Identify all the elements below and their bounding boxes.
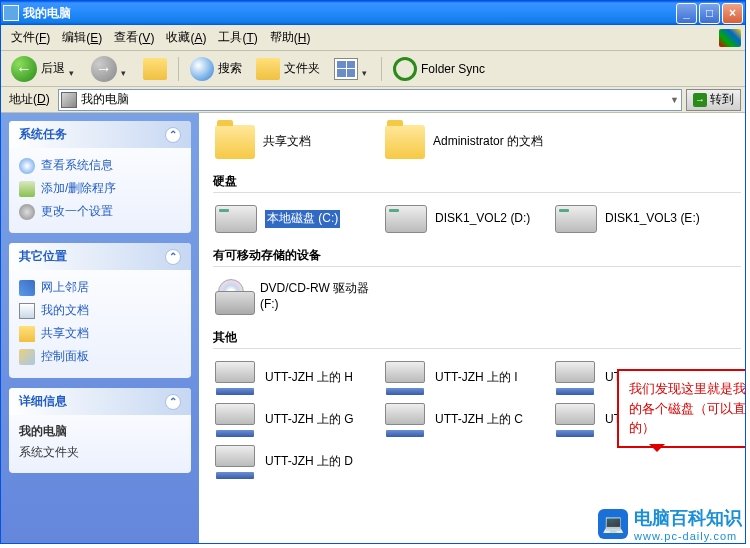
network-drive-icon <box>385 361 427 395</box>
details-name: 我的电脑 <box>19 421 181 442</box>
network-drive-icon <box>215 445 257 479</box>
cd-drive-icon <box>215 279 252 315</box>
explorer-window: 我的电脑 _ □ × 文件(F) 编辑(E) 查看(V) 收藏(A) 工具(T)… <box>0 0 746 544</box>
panel-header[interactable]: 系统任务 ⌃ <box>9 121 191 148</box>
folder-shared-documents[interactable]: 共享文档 <box>213 121 383 163</box>
menu-favorites[interactable]: 收藏(A) <box>160 26 212 49</box>
folder-icon <box>256 58 280 80</box>
details-type: 系统文件夹 <box>19 442 181 463</box>
address-label: 地址(D) <box>5 91 54 108</box>
toolbar: ← 后退 → 搜索 文件夹 Folder Sync <box>1 51 745 87</box>
menu-tools[interactable]: 工具(T) <box>212 26 263 49</box>
netdrive-i[interactable]: UTT-JZH 上的 I <box>383 357 553 399</box>
forward-arrow-icon: → <box>91 56 117 82</box>
back-arrow-icon: ← <box>11 56 37 82</box>
gear-icon <box>19 204 35 220</box>
collapse-icon: ⌃ <box>165 394 181 410</box>
search-icon <box>190 57 214 81</box>
close-button[interactable]: × <box>722 3 743 24</box>
control-panel-icon <box>19 349 35 365</box>
netdrive-c[interactable]: UTT-JZH 上的 C <box>383 399 553 441</box>
watermark-url: www.pc-daily.com <box>634 530 742 542</box>
drive-d[interactable]: DISK1_VOL2 (D:) <box>383 201 553 237</box>
network-drive-icon <box>215 361 257 395</box>
network-drive-icon <box>555 361 597 395</box>
menu-bar: 文件(F) 编辑(E) 查看(V) 收藏(A) 工具(T) 帮助(H) <box>1 25 745 51</box>
views-button[interactable] <box>328 56 376 82</box>
folder-admin-documents[interactable]: Administrator 的文档 <box>383 121 553 163</box>
windows-flag-icon <box>719 29 741 47</box>
network-icon <box>19 280 35 296</box>
folder-icon <box>215 125 255 159</box>
link-network-places[interactable]: 网上邻居 <box>19 276 181 299</box>
up-button[interactable] <box>137 56 173 82</box>
computer-icon <box>3 5 19 21</box>
task-view-system-info[interactable]: 查看系统信息 <box>19 154 181 177</box>
collapse-icon: ⌃ <box>165 249 181 265</box>
documents-icon <box>19 303 35 319</box>
drive-cdrom[interactable]: DVD/CD-RW 驱动器 (F:) <box>213 275 383 319</box>
folder-icon <box>385 125 425 159</box>
panel-system-tasks: 系统任务 ⌃ 查看系统信息 添加/删除程序 更改一个设置 <box>9 121 191 233</box>
title-bar[interactable]: 我的电脑 _ □ × <box>1 1 745 25</box>
add-remove-icon <box>19 181 35 197</box>
sync-icon <box>393 57 417 81</box>
section-header-removable: 有可移动存储的设备 <box>213 241 741 267</box>
dropdown-icon[interactable]: ▼ <box>670 95 679 105</box>
panel-header[interactable]: 其它位置 ⌃ <box>9 243 191 270</box>
section-header-drives: 硬盘 <box>213 167 741 193</box>
back-button[interactable]: ← 后退 <box>5 54 83 84</box>
minimize-button[interactable]: _ <box>676 3 697 24</box>
views-icon <box>334 58 358 80</box>
folder-icon <box>19 326 35 342</box>
folder-up-icon <box>143 58 167 80</box>
maximize-button[interactable]: □ <box>699 3 720 24</box>
drive-icon <box>215 205 257 233</box>
window-title: 我的电脑 <box>23 5 676 22</box>
address-field[interactable]: ▼ <box>58 89 682 111</box>
task-pane: 系统任务 ⌃ 查看系统信息 添加/删除程序 更改一个设置 其它位置 ⌃ 网上邻居… <box>1 113 199 543</box>
menu-view[interactable]: 查看(V) <box>108 26 160 49</box>
drive-c[interactable]: 本地磁盘 (C:) <box>213 201 383 237</box>
task-add-remove-programs[interactable]: 添加/删除程序 <box>19 177 181 200</box>
chevron-down-icon[interactable] <box>121 65 129 73</box>
folder-sync-button[interactable]: Folder Sync <box>387 55 491 83</box>
watermark-logo-icon: 💻 <box>598 509 628 539</box>
menu-edit[interactable]: 编辑(E) <box>56 26 108 49</box>
network-drive-icon <box>555 403 597 437</box>
menu-file[interactable]: 文件(F) <box>5 26 56 49</box>
network-drive-icon <box>385 403 427 437</box>
netdrive-g[interactable]: UTT-JZH 上的 G <box>213 399 383 441</box>
address-bar: 地址(D) ▼ → 转到 <box>1 87 745 113</box>
forward-button[interactable]: → <box>85 54 135 84</box>
go-button[interactable]: → 转到 <box>686 89 741 111</box>
link-control-panel[interactable]: 控制面板 <box>19 345 181 368</box>
netdrive-d[interactable]: UTT-JZH 上的 D <box>213 441 383 483</box>
panel-other-places: 其它位置 ⌃ 网上邻居 我的文档 共享文档 控制面板 <box>9 243 191 378</box>
watermark-brand: 电脑百科知识 <box>634 506 742 530</box>
info-icon <box>19 158 35 174</box>
chevron-down-icon[interactable] <box>362 65 370 73</box>
address-input[interactable] <box>81 93 666 107</box>
watermark: 💻 电脑百科知识 www.pc-daily.com <box>598 506 742 542</box>
drive-e[interactable]: DISK1_VOL3 (E:) <box>553 201 723 237</box>
network-drive-icon <box>215 403 257 437</box>
annotation-callout: 我们发现这里就是我本地电脑的各个磁盘（可以直接打开的） <box>617 369 745 448</box>
folders-button[interactable]: 文件夹 <box>250 56 326 82</box>
content-area: 共享文档 Administrator 的文档 硬盘 本地磁盘 (C:) DISK… <box>199 113 745 543</box>
separator <box>381 57 382 81</box>
link-shared-documents[interactable]: 共享文档 <box>19 322 181 345</box>
task-change-setting[interactable]: 更改一个设置 <box>19 200 181 223</box>
computer-icon <box>61 92 77 108</box>
link-my-documents[interactable]: 我的文档 <box>19 299 181 322</box>
chevron-down-icon[interactable] <box>69 65 77 73</box>
separator <box>178 57 179 81</box>
panel-details: 详细信息 ⌃ 我的电脑 系统文件夹 <box>9 388 191 473</box>
collapse-icon: ⌃ <box>165 127 181 143</box>
netdrive-h[interactable]: UTT-JZH 上的 H <box>213 357 383 399</box>
panel-header[interactable]: 详细信息 ⌃ <box>9 388 191 415</box>
menu-help[interactable]: 帮助(H) <box>264 26 317 49</box>
drive-icon <box>385 205 427 233</box>
search-button[interactable]: 搜索 <box>184 55 248 83</box>
drive-icon <box>555 205 597 233</box>
